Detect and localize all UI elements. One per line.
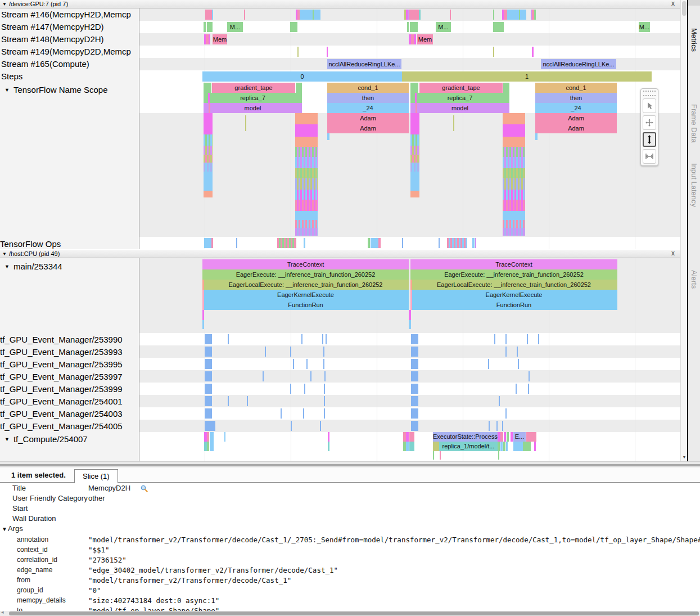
trace-block[interactable]: ncclAllReduceRingLLKe...	[541, 59, 616, 69]
trace-block[interactable]	[228, 396, 229, 406]
trace-block[interactable]	[295, 220, 318, 228]
trace-block[interactable]	[265, 347, 266, 357]
trace-block[interactable]	[507, 10, 519, 20]
trace-block[interactable]	[496, 421, 498, 431]
trace-block[interactable]: Adam	[327, 113, 409, 123]
trace-block[interactable]	[295, 168, 318, 178]
trace-block[interactable]	[433, 451, 434, 460]
side-tab-frame-data[interactable]: Frame Data	[690, 104, 698, 143]
trace-block[interactable]	[503, 190, 525, 200]
trace-block[interactable]: replica_1/model/t...	[439, 442, 498, 451]
trace-block[interactable]	[211, 238, 213, 248]
trace-block[interactable]	[507, 432, 509, 442]
trace-block[interactable]	[411, 359, 418, 369]
trace-block[interactable]	[324, 384, 325, 394]
trace-block[interactable]	[293, 359, 294, 369]
trace-block[interactable]	[323, 359, 324, 369]
trace-block[interactable]: EagerExecute: __inference_train_function…	[202, 269, 409, 280]
trace-block[interactable]	[503, 228, 525, 236]
trace-block[interactable]	[208, 93, 210, 103]
trace-block[interactable]	[281, 408, 282, 419]
trace-block[interactable]	[503, 442, 505, 451]
trace-block[interactable]	[502, 421, 503, 431]
trace-block[interactable]	[324, 396, 325, 406]
trace-block[interactable]	[505, 334, 507, 344]
trace-block[interactable]	[518, 359, 519, 369]
trace-block[interactable]	[450, 10, 451, 20]
trace-block[interactable]	[204, 22, 206, 32]
trace-block[interactable]	[205, 334, 212, 344]
trace-block[interactable]: _24	[327, 103, 409, 113]
trace-block[interactable]	[410, 191, 419, 197]
trace-block[interactable]	[209, 103, 210, 113]
trace-block[interactable]	[409, 310, 411, 320]
trace-block[interactable]	[228, 334, 229, 344]
trace-block[interactable]	[245, 115, 246, 131]
trace-block[interactable]	[532, 47, 534, 57]
trace-block[interactable]	[402, 238, 403, 248]
trace-block[interactable]	[410, 134, 419, 146]
trace-block[interactable]: FunctionRun	[410, 300, 617, 310]
trace-block[interactable]	[534, 10, 536, 20]
trace-block[interactable]	[295, 147, 318, 157]
trace-block[interactable]	[314, 10, 320, 20]
trace-block[interactable]	[411, 408, 418, 419]
trace-block[interactable]	[295, 190, 318, 200]
trace-block[interactable]	[493, 47, 494, 57]
trace-block[interactable]	[277, 238, 296, 248]
trace-block[interactable]	[538, 334, 539, 344]
trace-block[interactable]	[409, 10, 419, 20]
trace-block[interactable]	[517, 347, 518, 357]
trace-block[interactable]	[202, 290, 204, 310]
trace-block[interactable]: replica_7	[410, 93, 509, 103]
trace-block[interactable]	[503, 83, 509, 93]
magnifier-icon[interactable]	[140, 484, 148, 492]
trace-block[interactable]	[212, 421, 215, 431]
trace-block[interactable]	[411, 347, 418, 357]
trace-block[interactable]	[290, 384, 291, 394]
trace-block[interactable]	[410, 113, 419, 134]
trace-block[interactable]	[290, 347, 291, 357]
trace-block[interactable]	[205, 384, 212, 394]
trace-block[interactable]: model	[410, 103, 509, 113]
trace-block[interactable]	[410, 163, 419, 172]
trace-block[interactable]	[327, 133, 329, 140]
trace-block[interactable]	[303, 408, 304, 419]
trace-block[interactable]	[204, 238, 211, 248]
side-tab-metrics[interactable]: Metrics	[690, 28, 698, 52]
toolbar-grip-icon[interactable]	[643, 91, 656, 96]
trace-block[interactable]: replica_7	[204, 93, 302, 103]
side-tab-alerts[interactable]: Alerts	[690, 270, 698, 289]
collapse-arrow-icon[interactable]: ▼	[2, 1, 7, 8]
trace-block[interactable]	[411, 334, 418, 344]
trace-block[interactable]	[503, 113, 525, 124]
trace-block[interactable]	[295, 124, 318, 137]
trace-block[interactable]	[411, 371, 418, 381]
trace-block[interactable]: EagerExecute: __inference_train_function…	[410, 269, 617, 280]
trace-block[interactable]	[503, 178, 525, 190]
trace-block[interactable]	[291, 421, 292, 431]
trace-block[interactable]	[410, 172, 419, 191]
trace-block[interactable]: E...	[513, 432, 526, 442]
args-section-header[interactable]: ▼Args	[2, 524, 23, 533]
trace-block[interactable]	[409, 432, 414, 442]
collapse-arrow-icon[interactable]: ▼	[4, 261, 10, 272]
trace-block[interactable]	[295, 178, 318, 190]
trace-block[interactable]	[494, 334, 495, 344]
trace-block[interactable]	[244, 10, 245, 20]
row-label-tf-compute-254007[interactable]: ▼tf_Compute/254007	[1, 434, 139, 445]
trace-block[interactable]	[236, 238, 237, 248]
trace-block[interactable]	[433, 442, 439, 451]
trace-block[interactable]	[204, 163, 213, 172]
trace-block[interactable]	[295, 157, 318, 168]
trace-block[interactable]	[503, 200, 525, 211]
trace-block[interactable]	[505, 347, 507, 357]
trace-block[interactable]: EagerLocalExecute: __inference_train_fun…	[202, 280, 409, 290]
trace-block[interactable]: gradient_tape	[212, 83, 295, 93]
vertical-scrollbar[interactable]: ▼	[680, 0, 687, 461]
trace-block[interactable]: EagerKernelExecute	[410, 290, 617, 300]
trace-block[interactable]	[534, 442, 536, 451]
trace-block[interactable]: _24	[535, 103, 617, 113]
trace-block[interactable]	[328, 442, 329, 451]
trace-block[interactable]	[327, 47, 328, 57]
